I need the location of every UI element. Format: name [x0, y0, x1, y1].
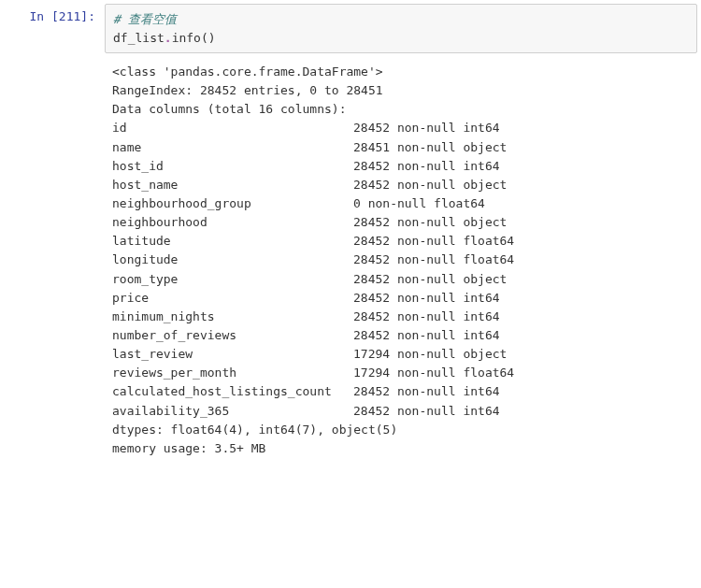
output-column-info: 28452 non-null float64: [353, 234, 514, 248]
input-prompt: In [211]:: [4, 4, 105, 23]
output-column-info: 17294 non-null float64: [353, 366, 514, 380]
output-column-info: 28452 non-null float64: [353, 252, 514, 266]
output-column-row: neighbourhood_group0 non-null float64: [112, 194, 697, 213]
code-dot: .: [165, 31, 172, 45]
code-parens: (): [201, 31, 216, 45]
output-column-row: neighbourhood28452 non-null object: [112, 213, 697, 232]
output-column-name: name: [112, 138, 353, 157]
code-output: <class 'pandas.core.frame.DataFrame'>Ran…: [105, 53, 697, 458]
output-column-name: calculated_host_listings_count: [112, 382, 353, 401]
output-dtypes-line: dtypes: float64(4), int64(7), object(5): [112, 421, 697, 439]
code-obj: df_list: [113, 31, 165, 45]
output-column-info: 28452 non-null object: [353, 215, 507, 229]
output-column-name: neighbourhood: [112, 213, 353, 232]
output-column-name: last_review: [112, 345, 353, 364]
output-column-info: 28452 non-null int64: [353, 309, 500, 323]
output-column-name: reviews_per_month: [112, 364, 353, 382]
output-column-row: number_of_reviews28452 non-null int64: [112, 326, 697, 345]
output-column-row: longitude28452 non-null float64: [112, 251, 697, 269]
output-column-row: room_type28452 non-null object: [112, 270, 697, 289]
output-column-info: 28452 non-null int64: [353, 328, 500, 342]
output-column-name: longitude: [112, 251, 353, 269]
output-class-line: <class 'pandas.core.frame.DataFrame'>: [112, 63, 697, 81]
output-column-info: 28451 non-null object: [353, 140, 507, 154]
output-range-line: RangeIndex: 28452 entries, 0 to 28451: [112, 81, 697, 100]
output-memory-line: memory usage: 3.5+ MB: [112, 439, 697, 458]
output-columns: id28452 non-null int64name28451 non-null…: [112, 119, 697, 420]
output-column-info: 28452 non-null int64: [353, 121, 500, 135]
output-column-row: host_name28452 non-null object: [112, 176, 697, 194]
output-column-row: latitude28452 non-null float64: [112, 232, 697, 251]
output-column-info: 28452 non-null int64: [353, 159, 500, 173]
output-column-name: host_id: [112, 157, 353, 176]
output-column-name: minimum_nights: [112, 308, 353, 326]
code-line-stmt: df_list.info(): [113, 29, 689, 48]
output-column-row: id28452 non-null int64: [112, 119, 697, 137]
output-column-row: reviews_per_month17294 non-null float64: [112, 364, 697, 382]
output-column-row: availability_36528452 non-null int64: [112, 402, 697, 421]
output-column-name: id: [112, 119, 353, 137]
output-column-info: 0 non-null float64: [353, 196, 485, 210]
output-column-row: name28451 non-null object: [112, 138, 697, 157]
output-column-name: price: [112, 289, 353, 308]
output-column-name: neighbourhood_group: [112, 194, 353, 213]
output-column-info: 28452 non-null int64: [353, 291, 500, 305]
code-input-area[interactable]: # 查看空值df_list.info(): [105, 4, 697, 53]
output-column-row: minimum_nights28452 non-null int64: [112, 308, 697, 326]
output-column-info: 28452 non-null int64: [353, 384, 500, 398]
output-column-row: last_review17294 non-null object: [112, 345, 697, 364]
output-column-name: availability_365: [112, 402, 353, 421]
code-comment: # 查看空值: [113, 12, 177, 26]
output-column-name: latitude: [112, 232, 353, 251]
output-column-name: number_of_reviews: [112, 326, 353, 345]
code-line-comment: # 查看空值: [113, 10, 689, 29]
prompt-label: In [211]:: [30, 9, 95, 23]
output-column-info: 28452 non-null object: [353, 272, 507, 286]
output-datacols-line: Data columns (total 16 columns):: [112, 100, 697, 119]
cell-body: # 查看空值df_list.info() <class 'pandas.core…: [105, 4, 697, 458]
output-column-row: calculated_host_listings_count28452 non-…: [112, 382, 697, 401]
output-column-name: host_name: [112, 176, 353, 194]
output-column-row: host_id28452 non-null int64: [112, 157, 697, 176]
output-column-info: 28452 non-null object: [353, 178, 507, 192]
output-column-info: 28452 non-null int64: [353, 404, 500, 418]
output-column-info: 17294 non-null object: [353, 347, 507, 361]
output-column-name: room_type: [112, 270, 353, 289]
output-column-row: price28452 non-null int64: [112, 289, 697, 308]
notebook-cell: In [211]: # 查看空值df_list.info() <class 'p…: [4, 4, 697, 458]
code-method: info: [172, 31, 201, 45]
